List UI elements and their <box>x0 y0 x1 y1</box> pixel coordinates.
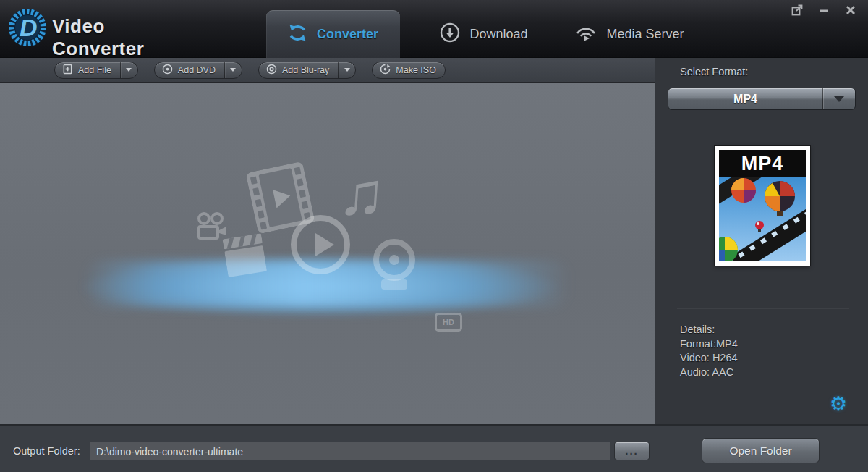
toolbar: Add File Add DVD <box>0 58 655 83</box>
titlebar: D Video Converter Ultimate Converter <box>0 0 868 58</box>
tab-converter[interactable]: Converter <box>266 10 400 58</box>
make-iso-label: Make ISO <box>396 65 436 75</box>
output-folder-label: Output Folder: <box>13 442 80 460</box>
tab-download-label: Download <box>469 27 527 42</box>
balloons-photo <box>719 177 806 261</box>
tab-download[interactable]: Download <box>422 10 546 58</box>
browse-button[interactable]: ... <box>614 442 650 460</box>
music-notes-icon: ♫ <box>336 156 388 231</box>
app-window: D Video Converter Ultimate Converter <box>0 0 868 472</box>
app-logo-icon: D <box>6 6 49 49</box>
dvd-disc-icon <box>162 64 173 77</box>
open-folder-button[interactable]: Open Folder <box>702 438 820 463</box>
details-divider <box>677 308 849 308</box>
settings-gear-icon[interactable]: ⚙ <box>830 392 847 416</box>
wireless-play-icon <box>575 23 597 45</box>
close-icon[interactable] <box>845 4 856 16</box>
webcam-icon <box>373 239 415 281</box>
add-file-dropdown-arrow[interactable] <box>120 62 137 78</box>
format-details: Details: Format:MP4 Video: H264 Audio: A… <box>680 323 738 379</box>
download-circle-icon <box>440 22 460 46</box>
bluray-disc-icon <box>266 64 277 77</box>
format-thumbnail-label: MP4 <box>719 150 806 177</box>
output-folder-input[interactable] <box>90 442 610 460</box>
detail-format: Format:MP4 <box>680 337 738 352</box>
add-file-button[interactable]: Add File <box>54 62 138 79</box>
tab-media-server[interactable]: Media Server <box>556 10 704 58</box>
add-dvd-button[interactable]: Add DVD <box>154 62 242 79</box>
logo-letter: D <box>20 14 38 41</box>
add-bluray-label: Add Blu-ray <box>282 65 329 75</box>
format-dropdown-value: MP4 <box>668 88 822 109</box>
hd-badge-icon: HD <box>435 313 462 332</box>
add-dvd-dropdown-arrow[interactable] <box>224 62 242 78</box>
detail-video: Video: H264 <box>680 351 738 366</box>
minimize-icon[interactable] <box>818 4 830 16</box>
add-dvd-label: Add DVD <box>178 65 216 75</box>
tab-media-server-label: Media Server <box>606 27 684 42</box>
format-dropdown[interactable]: MP4 <box>668 88 856 110</box>
sync-arrows-icon <box>288 23 307 46</box>
add-file-label: Add File <box>78 65 111 75</box>
file-plus-icon <box>62 64 73 77</box>
play-circle-icon <box>291 215 350 274</box>
add-bluray-dropdown-arrow[interactable] <box>338 62 355 78</box>
tab-converter-label: Converter <box>317 27 378 42</box>
make-iso-button[interactable]: Make ISO <box>372 62 446 79</box>
details-heading: Details: <box>680 323 738 337</box>
clapperboard-icon <box>222 233 268 284</box>
format-dropdown-arrow[interactable] <box>822 88 855 109</box>
window-controls <box>791 4 856 16</box>
popout-icon[interactable] <box>791 4 803 16</box>
add-bluray-button[interactable]: Add Blu-ray <box>258 62 356 79</box>
output-bar: Output Folder: ... Open Folder <box>0 424 868 472</box>
format-thumbnail: MP4 <box>715 146 810 266</box>
select-format-label: Select Format: <box>680 66 748 77</box>
app-title: Video Converter <box>52 15 182 60</box>
detail-audio: Audio: AAC <box>680 366 738 380</box>
format-panel: Select Format: MP4 MP4 <box>655 58 868 424</box>
iso-disc-icon <box>380 64 391 77</box>
media-drop-area[interactable]: ♫ HD <box>0 83 655 424</box>
